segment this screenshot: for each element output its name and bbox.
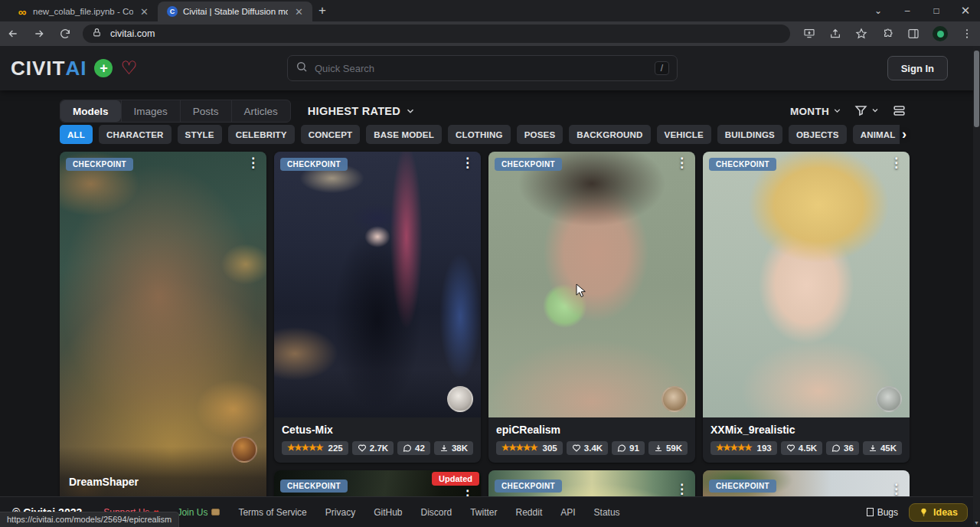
footer-link-status[interactable]: Status (594, 507, 620, 518)
card-stats: ★★★★★193 4.5K 36 45K (710, 441, 902, 455)
forward-icon[interactable] (33, 28, 45, 40)
browser-tab-colab[interactable]: ∞ new_colab_file.ipynb - Colaborat ✕ (8, 2, 158, 21)
tab-title: Civitai | Stable Diffusion models, (183, 7, 288, 16)
browser-tab-civitai[interactable]: C Civitai | Stable Diffusion models, ✕ (158, 2, 312, 21)
ideas-button[interactable]: Ideas (909, 503, 968, 522)
favorites-heart-icon[interactable]: ♡ (120, 59, 137, 77)
chip-concept[interactable]: CONCEPT (301, 125, 361, 144)
comments-pill: 91 (612, 441, 645, 455)
logo-civit-text: CIVIT (11, 57, 65, 80)
footer-link-privacy[interactable]: Privacy (325, 507, 355, 518)
nav-right-controls: MONTH (790, 103, 907, 119)
rating-pill: ★★★★★193 (710, 441, 777, 455)
tab-search-chevron-icon[interactable]: ⌄ (864, 5, 893, 16)
install-icon[interactable] (803, 28, 815, 40)
chips-scroll-right-icon[interactable]: › (902, 125, 906, 144)
card-menu-kebab-icon[interactable]: ⋮ (675, 156, 688, 171)
model-type-badge: CHECKPOINT (66, 158, 133, 171)
model-card-xxmix9realistic[interactable]: CHECKPOINT ⋮ XXMix_9realistic ★★★★★193 4… (703, 152, 910, 463)
creator-avatar[interactable] (876, 386, 902, 412)
chip-background[interactable]: BACKGROUND (569, 125, 650, 144)
chip-base-model[interactable]: BASE MODEL (366, 125, 442, 144)
model-type-badge: CHECKPOINT (709, 480, 776, 493)
footer-link-join-us[interactable]: Join Us (177, 507, 220, 518)
colab-icon: ∞ (17, 6, 28, 17)
creator-avatar[interactable] (447, 386, 473, 412)
chip-buildings[interactable]: BUILDINGS (717, 125, 782, 144)
tab-close-icon[interactable]: ✕ (293, 6, 305, 18)
footer-link-twitter[interactable]: Twitter (470, 507, 497, 518)
model-card-dreamshaper[interactable]: CHECKPOINT ⋮ DreamShaper (60, 152, 266, 527)
chip-animal[interactable]: ANIMAL (853, 125, 900, 144)
comments-pill: 42 (397, 441, 430, 455)
new-tab-button[interactable]: + (318, 3, 326, 18)
menu-kebab-icon[interactable] (961, 28, 973, 40)
chip-all[interactable]: ALL (60, 125, 93, 144)
chip-celebrity[interactable]: CELEBRITY (228, 125, 295, 144)
chip-style[interactable]: STYLE (178, 125, 222, 144)
side-panel-icon[interactable] (907, 28, 920, 40)
upload-plus-button[interactable]: + (94, 59, 113, 77)
tab-articles[interactable]: Articles (231, 100, 290, 122)
rating-count: 225 (328, 444, 343, 453)
civitai-favicon: C (167, 6, 178, 17)
chip-character[interactable]: CHARACTER (99, 125, 172, 144)
footer-link-reddit[interactable]: Reddit (516, 507, 543, 518)
tab-posts[interactable]: Posts (180, 100, 231, 122)
model-title: Cetus-Mix (282, 424, 473, 436)
card-body: XXMix_9realistic ★★★★★193 4.5K 36 45K (703, 417, 910, 463)
address-bar[interactable]: civitai.com (83, 25, 790, 43)
sort-dropdown[interactable]: HIGHEST RATED (308, 105, 416, 117)
footer-link-github[interactable]: GitHub (374, 507, 402, 518)
creator-avatar[interactable] (662, 386, 688, 412)
card-menu-kebab-icon[interactable]: ⋮ (461, 156, 474, 171)
creator-avatar[interactable] (231, 437, 257, 463)
sort-label: HIGHEST RATED (308, 105, 400, 117)
tab-images[interactable]: Images (121, 100, 180, 122)
card-menu-kebab-icon[interactable]: ⋮ (890, 483, 903, 497)
close-button[interactable]: ✕ (951, 4, 980, 18)
maximize-button[interactable]: □ (922, 5, 951, 16)
layout-rows-icon[interactable] (892, 103, 907, 119)
civitai-logo[interactable]: CIVITAI (11, 57, 87, 80)
card-menu-kebab-icon[interactable]: ⋮ (890, 156, 903, 171)
tab-strip: ∞ new_colab_file.ipynb - Colaborat ✕ C C… (0, 0, 980, 21)
model-image (274, 152, 481, 417)
extensions-puzzle-icon[interactable] (881, 28, 893, 40)
chip-objects[interactable]: OBJECTS (789, 125, 847, 144)
scrollbar-down-arrow-icon[interactable]: ▼ (973, 520, 980, 525)
card-menu-kebab-icon[interactable]: ⋮ (675, 483, 688, 497)
likes-count: 2.7K (370, 444, 388, 453)
tab-models[interactable]: Models (60, 100, 121, 122)
model-image (703, 152, 910, 417)
model-title: epiCRealism (496, 424, 688, 436)
chip-clothing[interactable]: CLOTHING (448, 125, 511, 144)
footer-link-api[interactable]: API (560, 507, 575, 518)
chip-poses[interactable]: POSES (517, 125, 564, 144)
downloads-pill: 38K (434, 441, 473, 455)
model-type-badge: CHECKPOINT (495, 480, 562, 493)
bugs-button[interactable]: Bugs (867, 507, 898, 518)
profile-avatar[interactable] (933, 26, 948, 41)
page-scrollbar[interactable]: ▼ (973, 46, 980, 527)
model-card-cetus-mix[interactable]: CHECKPOINT ⋮ Cetus-Mix ★★★★★225 2.7K 42 … (274, 152, 481, 463)
reload-icon[interactable] (59, 28, 71, 40)
period-dropdown[interactable]: MONTH (790, 106, 843, 117)
bug-icon (867, 508, 874, 516)
search-input[interactable]: Quick Search / (287, 55, 678, 81)
bookmark-star-icon[interactable] (855, 28, 867, 40)
footer-link-discord[interactable]: Discord (421, 507, 452, 518)
footer-link-terms[interactable]: Terms of Service (238, 507, 306, 518)
tab-close-icon[interactable]: ✕ (139, 6, 150, 18)
ideas-label: Ideas (933, 507, 958, 518)
model-card-epicrealism[interactable]: CHECKPOINT ⋮ epiCRealism ★★★★★305 3.4K 9… (488, 152, 695, 463)
slash-shortcut-badge: / (655, 61, 669, 75)
card-menu-kebab-icon[interactable]: ⋮ (247, 156, 260, 171)
minimize-button[interactable]: – (893, 5, 922, 16)
chip-vehicle[interactable]: VEHICLE (657, 125, 711, 144)
share-icon[interactable] (829, 28, 841, 40)
filter-dropdown[interactable] (854, 103, 881, 119)
back-icon[interactable] (7, 28, 19, 40)
scrollbar-thumb[interactable] (974, 51, 979, 127)
sign-in-button[interactable]: Sign In (887, 56, 948, 80)
